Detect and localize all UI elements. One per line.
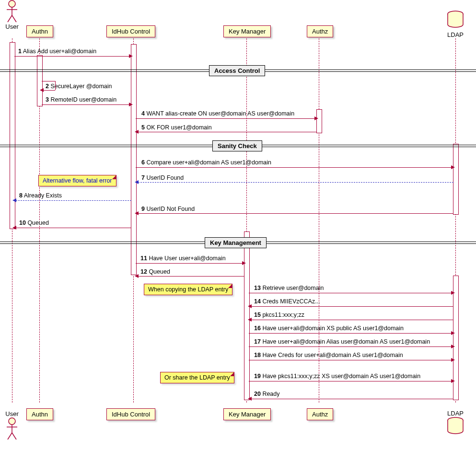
msg-18: 18 Have Creds for user+ali@domain AS use…: [254, 352, 403, 358]
arrow-head-icon: [135, 130, 139, 134]
actor-user-top: User: [5, 0, 19, 30]
participant-authz-bottom: Authz: [307, 408, 333, 420]
svg-line-4: [12, 15, 16, 22]
msg-5: 5 OK FOR user1@domain: [141, 124, 212, 131]
arrow-head-icon: [451, 358, 455, 362]
arrow-head-icon: [314, 116, 318, 120]
participant-authn-top: Authn: [26, 25, 53, 37]
note-share: Or share the LDAP entry: [160, 372, 234, 383]
msg-15: 15 pkcs11:xxx;y;zz: [254, 312, 304, 318]
msg-3: 3 RemoteID user@domain: [46, 96, 116, 103]
arrow-9: [138, 213, 453, 214]
arrow-head-icon: [451, 331, 455, 335]
arrow-18: [249, 360, 452, 360]
msg-4: 4 WANT alias-create ON user@domain AS us…: [141, 110, 294, 117]
arrow-8: [16, 200, 131, 201]
arrow-head-icon: [451, 165, 455, 169]
arrow-head-icon: [40, 88, 44, 92]
arrow-14: [251, 306, 453, 307]
actor-user-label-bottom: User: [5, 410, 19, 417]
msg-6: 6 Compare user+ali@domain AS user1@domai…: [141, 159, 271, 166]
actor-user-bottom: User: [5, 410, 19, 440]
msg-16: 16 Have user+ali@domain XS public AS use…: [254, 325, 404, 332]
participant-ldap-top: LDAP: [447, 11, 464, 38]
msg-11: 11 Have User user+ali@domain: [140, 255, 226, 262]
msg-7: 7 UserID Found: [141, 174, 184, 181]
msg-19: 19 Have pkcs11:xxx;y;zz XS user@domain A…: [254, 373, 420, 380]
arrow-11: [136, 263, 243, 264]
participant-authn-bottom: Authn: [26, 408, 53, 420]
msg-9: 9 UserID Not Found: [141, 206, 195, 212]
arrow-head-icon: [135, 211, 139, 215]
arrow-15: [251, 320, 453, 320]
note-copy: When copying the LDAP entry: [144, 284, 232, 295]
note-altflow: Alternative flow, fatal error: [38, 175, 116, 186]
arrow-head-icon: [451, 345, 455, 348]
msg-17: 17 Have user+ali@domain Alias user@domai…: [254, 338, 430, 345]
arrow-2c: [43, 90, 55, 91]
arrow-head-icon: [242, 261, 246, 265]
participant-keymgr-top: Key Manager: [223, 25, 271, 37]
participant-idhub-bottom: IdHub Control: [106, 408, 155, 420]
msg-14: 14 Creds MIIEVzCCAz...: [254, 298, 320, 305]
arrow-head-icon: [248, 397, 252, 401]
arrow-2a: [42, 81, 55, 81]
arrow-4: [136, 118, 315, 119]
database-icon: [447, 417, 464, 436]
msg-10: 10 Queued: [19, 219, 49, 226]
arrow-6: [136, 167, 452, 168]
arrow-head-icon: [248, 318, 252, 322]
arrow-10: [16, 228, 131, 228]
arrow-1: [14, 56, 129, 57]
stickman-icon: [5, 0, 19, 23]
arrow-5: [138, 132, 317, 132]
svg-line-9: [8, 433, 12, 439]
participant-keymgr-bottom: Key Manager: [223, 408, 271, 420]
participant-ldap-bottom: LDAP: [447, 410, 464, 438]
msg-20: 20 Ready: [254, 391, 280, 397]
msg-8: 8 Already Exists: [19, 192, 62, 199]
arrow-head-icon: [12, 198, 16, 202]
arrow-17: [249, 346, 452, 347]
arrow-13: [249, 293, 452, 293]
arrow-head-icon: [129, 103, 133, 106]
arrow-head-icon: [135, 274, 139, 278]
activation-idhub: [131, 44, 137, 275]
arrow-head-icon: [451, 379, 455, 383]
arrow-2b: [55, 81, 56, 90]
arrow-20: [251, 399, 453, 399]
stickman-icon: [5, 417, 19, 440]
ldap-label-bottom: LDAP: [447, 410, 464, 417]
arrow-7: [138, 182, 453, 183]
msg-13: 13 Retrieve user@domain: [254, 285, 324, 291]
lifeline-authz: [319, 38, 319, 403]
arrow-3: [42, 104, 129, 105]
svg-point-0: [9, 0, 15, 7]
divider-keymgmt-box: Key Management: [205, 237, 267, 248]
activation-authz: [316, 109, 322, 133]
ldap-label-top: LDAP: [447, 31, 464, 38]
arrow-head-icon: [12, 226, 16, 230]
activation-keymgr: [244, 231, 250, 400]
actor-user-label-top: User: [5, 23, 19, 30]
msg-1: 1 Alias Add user+ali@domain: [18, 48, 96, 55]
arrow-head-icon: [248, 304, 252, 308]
participant-authz-top: Authz: [307, 25, 333, 37]
divider-access-box: Access Control: [209, 65, 265, 76]
activation-ldap-1: [453, 144, 459, 215]
msg-12: 12 Queued: [140, 268, 170, 275]
arrow-head-icon: [135, 180, 139, 184]
participant-idhub-top: IdHub Control: [106, 25, 155, 37]
svg-line-3: [8, 15, 12, 22]
database-icon: [447, 11, 464, 30]
arrow-19: [249, 381, 452, 381]
arrow-head-icon: [451, 291, 455, 295]
arrow-16: [249, 333, 452, 334]
divider-sanity-box: Sanity Check: [212, 140, 262, 151]
arrow-12: [138, 276, 244, 277]
arrow-head-icon: [129, 54, 133, 58]
svg-point-6: [9, 418, 15, 425]
svg-line-10: [12, 433, 16, 439]
